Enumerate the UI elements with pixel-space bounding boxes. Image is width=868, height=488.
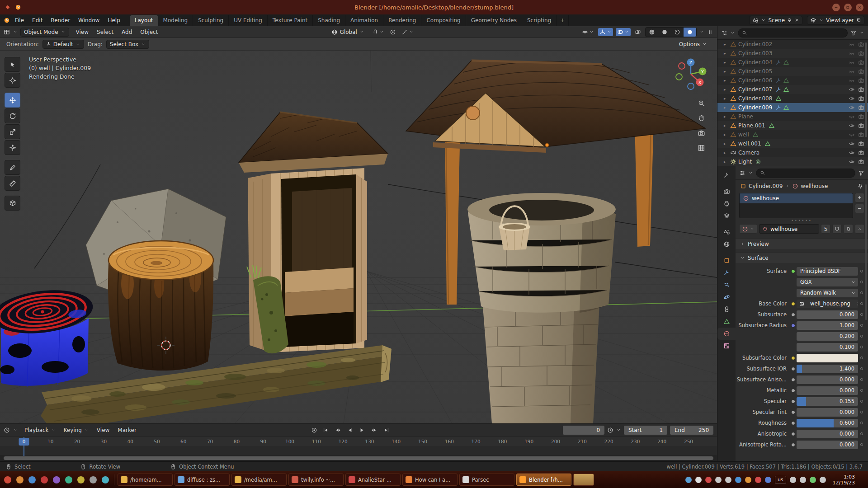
decorator-dot[interactable] [858,367,865,370]
outliner-filter-icon[interactable] [850,30,857,36]
workspace-tab-scripting[interactable]: Scripting [522,15,557,26]
properties-tab-texture[interactable] [717,340,736,352]
properties-tab-object[interactable] [717,254,736,267]
pause-icon[interactable] [707,29,713,35]
property-subsurface-input[interactable]: 0.000 [797,310,858,319]
preview-panel-header[interactable]: Preview [736,238,868,249]
tool-cursor[interactable] [5,73,20,88]
taskbar-window-home-am[interactable]: /home/am... [118,474,173,486]
properties-tab-tool[interactable] [717,169,736,181]
workspace-tab-rendering[interactable]: Rendering [383,15,421,26]
properties-search-input[interactable] [756,169,855,178]
editor-type-icon[interactable] [4,29,10,35]
browse-material-button[interactable] [739,224,757,234]
disclosure-triangle-icon[interactable]: ▸ [724,69,728,74]
material-users-button[interactable]: 5 [821,224,830,234]
shading-solid-button[interactable] [658,28,671,37]
timeline-scrollbar[interactable] [4,456,713,460]
taskbar-window-how-can-i-a[interactable]: How can I a... [402,474,458,486]
outliner-row-cylinder-008[interactable]: ▸Cylinder.008 [717,94,868,103]
proportional-edit-toggle[interactable] [388,28,397,36]
launcher-start-menu[interactable] [2,474,13,485]
frame-end-field[interactable]: End 250 [670,426,713,435]
menu-file[interactable]: File [11,16,28,25]
tool-move[interactable] [5,93,20,108]
workspace-tab-geometry-nodes[interactable]: Geometry Nodes [466,15,522,26]
transport-play-button[interactable] [357,426,368,435]
playback-sync-chevron-icon[interactable] [616,427,621,432]
decorator-dot[interactable] [858,422,865,424]
decorator-dot[interactable] [858,443,865,446]
hide-viewport-icon[interactable] [849,68,855,75]
disclosure-triangle-icon[interactable]: ▸ [724,42,728,47]
render-visibility-icon[interactable] [858,41,864,47]
decorator-dot[interactable] [858,432,865,435]
outliner-row-well-001[interactable]: ▸well.001 [717,139,868,148]
tool-add-cube[interactable] [5,196,20,211]
material-slot-list[interactable]: wellhouse [739,193,853,218]
render-visibility-icon[interactable] [858,77,864,84]
slot-list-resize-grip[interactable] [736,218,868,223]
tray-shield-icon[interactable] [810,477,816,483]
outliner-row-light[interactable]: ▸Light [717,157,868,166]
tray-record-icon[interactable] [705,477,712,483]
transform-orientation-select[interactable]: Global [328,28,368,37]
hide-viewport-icon[interactable] [849,131,855,138]
transport-jump-end-button[interactable] [381,426,392,435]
mode-select[interactable]: Object Mode [20,28,69,37]
render-visibility-icon[interactable] [858,150,864,156]
outliner-row-cylinder-002[interactable]: ▸Cylinder.002 [717,40,868,49]
decorator-dot[interactable] [858,335,865,338]
disclosure-triangle-icon[interactable]: ▸ [724,87,728,92]
property-surface-input[interactable]: Principled BSDF [797,267,858,276]
outliner-row-cylinder-003[interactable]: ▸Cylinder.003 [717,49,868,58]
vp-menu-object[interactable]: Object [136,28,162,37]
tool-measure[interactable] [5,176,20,191]
property-subsurface-ior-input[interactable]: 1.400 [797,365,858,373]
outliner-row-well[interactable]: ▸well [717,130,868,139]
unlink-material-button[interactable] [855,224,864,234]
taskbar-window-diffuse-zs[interactable]: diffuse : zs... [175,474,230,486]
menu-render[interactable]: Render [47,16,74,25]
decorator-dot[interactable] [858,291,865,294]
decorator-dot[interactable] [858,313,865,316]
show-viewport-icon[interactable] [849,141,855,147]
timeline-menu-view[interactable]: View [93,426,113,435]
snap-toggle[interactable] [371,28,386,36]
workspace-tab-sculpting[interactable]: Sculpting [193,15,229,26]
timeline-menu-keying[interactable]: Keying [60,426,93,435]
render-visibility-icon[interactable] [858,95,864,102]
outliner-row-camera[interactable]: ▸Camera [717,148,868,157]
properties-tab-output[interactable] [717,197,736,210]
add-slot-button[interactable] [855,193,864,202]
property-value-input[interactable]: Random Walk [797,289,858,297]
workspace-tab-uv-editing[interactable]: UV Editing [229,15,268,26]
properties-pin-icon[interactable] [857,183,863,189]
properties-tab-world[interactable] [717,238,736,250]
workspace-tab-modeling[interactable]: Modeling [158,15,193,26]
property-specular-tint-input[interactable]: 0.000 [797,408,858,417]
material-slot-row[interactable]: wellhouse [740,193,853,203]
3d-viewport[interactable]: User Perspective (0) well | Cylinder.009… [0,51,717,423]
fake-user-button[interactable] [832,224,842,234]
render-visibility-icon[interactable] [858,159,864,165]
decorator-dot[interactable] [858,270,865,272]
properties-tab-object-data[interactable] [717,315,736,328]
outliner-row-plane[interactable]: ▸Plane [717,112,868,121]
playback-sync-icon[interactable] [607,427,613,433]
hide-viewport-icon[interactable] [849,77,855,84]
viewlayer-new-icon[interactable] [856,18,861,23]
viewlayer-browse-icon[interactable] [819,18,824,23]
gizmos-toggle[interactable] [598,28,613,36]
material-name-field[interactable]: wellhouse [759,224,819,234]
shading-options-chevron-icon[interactable] [699,29,704,34]
timeline-menu-marker[interactable]: Marker [113,426,140,435]
timeline-menu-playback[interactable]: Playback [20,426,60,435]
property-metallic-input[interactable]: 0.000 [797,386,858,395]
taskbar-window-twily-info[interactable]: twily.info ~... [288,474,344,486]
decorator-dot[interactable] [858,389,865,392]
vp-menu-select[interactable]: Select [93,28,118,37]
transport-prev-key-button[interactable] [332,426,344,435]
scene-selector[interactable]: Scene [749,16,802,25]
taskbar-window-analiestar[interactable]: AnalieStar ... [345,474,401,486]
